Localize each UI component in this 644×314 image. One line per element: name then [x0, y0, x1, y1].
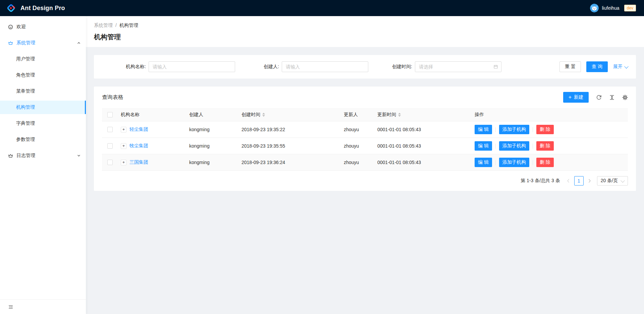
- table-row: + 轻尘集团 kongming 2018-09-23 19:35:22 zhou…: [102, 121, 628, 138]
- create-time-label: 创建时间:: [392, 64, 412, 70]
- action-divider: [495, 160, 496, 165]
- add-child-org-button[interactable]: 添加子机构: [499, 158, 529, 167]
- expand-toggle[interactable]: 展开: [613, 64, 628, 70]
- density-icon[interactable]: [609, 95, 615, 100]
- sort-control[interactable]: [262, 113, 265, 117]
- column-label: 机构名称: [121, 112, 140, 118]
- update-time-cell: 0001-01-01 08:05:43: [375, 143, 472, 149]
- column-label: 更新人: [344, 112, 358, 118]
- page-size-select[interactable]: 20 条/页: [597, 176, 628, 186]
- breadcrumb-item-current: 机构管理: [119, 21, 138, 29]
- breadcrumb-separator: /: [115, 21, 117, 29]
- sidebar-item-welcome[interactable]: 欢迎: [0, 20, 86, 34]
- action-cell: 编 辑 添加子机构 删 除: [472, 141, 628, 151]
- org-name-link[interactable]: 三国集团: [129, 159, 148, 165]
- reset-button[interactable]: 重 置: [559, 61, 581, 72]
- main-content: 系统管理 / 机构管理 机构管理 机构名称: 创建人: 创建时间:: [86, 16, 644, 314]
- column-label: 更新时间: [377, 112, 396, 118]
- updater-cell: zhouyu: [341, 160, 375, 165]
- creator-cell: kongming: [186, 160, 239, 165]
- settings-gear-icon[interactable]: [622, 95, 628, 100]
- create-time-cell: 2018-09-23 19:35:55: [239, 143, 341, 149]
- add-child-org-button[interactable]: 添加子机构: [499, 125, 529, 134]
- sidebar-item-label: 欢迎: [16, 24, 26, 30]
- org-name-link[interactable]: 轻尘集团: [129, 126, 148, 133]
- chevron-down-icon: [77, 154, 80, 157]
- table-row: + 三国集团 kongming 2018-09-23 19:36:24 zhou…: [102, 154, 628, 171]
- search-button[interactable]: 查 询: [586, 61, 608, 72]
- org-name-link[interactable]: 牧尘集团: [129, 143, 148, 149]
- table-header-row: 机构名称 创建人 创建时间 更新人 更新时间: [102, 108, 628, 121]
- sidebar-item-user-mgmt[interactable]: 用户管理: [0, 52, 86, 66]
- sidebar-item-label: 机构管理: [16, 104, 35, 110]
- brand[interactable]: Ant Design Pro: [6, 3, 65, 13]
- page-size-label: 20 条/页: [601, 178, 618, 184]
- sidebar-item-label: 参数管理: [16, 137, 35, 143]
- sidebar-submenu-system[interactable]: 系统管理: [0, 36, 86, 50]
- action-cell: 编 辑 添加子机构 删 除: [472, 125, 628, 134]
- app-root: Ant Design Pro liufeihua dev: [0, 0, 644, 314]
- user-avatar[interactable]: [590, 4, 599, 12]
- action-divider: [495, 127, 496, 132]
- sidebar-item-menu-mgmt[interactable]: 菜单管理: [0, 85, 86, 98]
- env-tag: dev: [624, 5, 636, 11]
- page-title: 机构管理: [94, 32, 636, 42]
- creator-label: 创建人:: [264, 64, 279, 70]
- page-number-1[interactable]: 1: [574, 176, 584, 186]
- sidebar-item-label: 日志管理: [16, 153, 35, 159]
- delete-button[interactable]: 删 除: [536, 158, 554, 167]
- column-header-updater: 更新人: [341, 112, 375, 118]
- sidebar-menu: 欢迎 系统管理 用户管理 角色管: [0, 16, 86, 162]
- create-time-cell: 2018-09-23 19:36:24: [239, 160, 341, 165]
- row-expand-button[interactable]: +: [121, 160, 126, 165]
- header-right: liufeihua dev: [590, 4, 636, 12]
- column-header-creator: 创建人: [186, 112, 239, 118]
- breadcrumb-item-system[interactable]: 系统管理: [94, 21, 113, 29]
- select-all-checkbox[interactable]: [107, 112, 113, 117]
- edit-button[interactable]: 编 辑: [475, 158, 492, 167]
- sort-control[interactable]: [398, 113, 401, 117]
- row-checkbox[interactable]: [107, 160, 113, 165]
- form-item-org-name: 机构名称:: [102, 61, 235, 72]
- update-time-cell: 0001-01-01 08:05:43: [375, 127, 472, 132]
- creator-input[interactable]: [282, 61, 368, 72]
- add-child-org-button[interactable]: 添加子机构: [499, 141, 529, 151]
- action-cell: 编 辑 添加子机构 删 除: [472, 158, 628, 167]
- table-card-header: 查询表格 + 新建: [102, 92, 628, 103]
- org-name-label: 机构名称:: [126, 64, 146, 70]
- row-checkbox[interactable]: [107, 143, 113, 149]
- chevron-up-icon: [77, 41, 80, 45]
- sidebar-submenu-log[interactable]: 日志管理: [0, 149, 86, 162]
- row-expand-button[interactable]: +: [121, 143, 126, 149]
- top-header: Ant Design Pro liufeihua dev: [0, 0, 644, 16]
- delete-button[interactable]: 删 除: [536, 125, 554, 134]
- new-button-label: 新建: [574, 94, 583, 100]
- plus-icon: +: [569, 95, 572, 100]
- sidebar-item-dict-mgmt[interactable]: 字典管理: [0, 117, 86, 130]
- delete-button[interactable]: 删 除: [536, 141, 554, 151]
- sidebar-collapse-trigger[interactable]: [0, 299, 86, 314]
- expand-label: 展开: [613, 64, 623, 70]
- org-name-input[interactable]: [149, 61, 235, 72]
- sidebar-item-role-mgmt[interactable]: 角色管理: [0, 68, 86, 82]
- column-label: 创建人: [189, 112, 203, 118]
- edit-button[interactable]: 编 辑: [475, 141, 492, 151]
- updater-cell: zhouyu: [341, 143, 375, 149]
- sidebar-item-org-mgmt[interactable]: 机构管理: [0, 101, 86, 114]
- new-button[interactable]: + 新建: [563, 92, 589, 103]
- next-page-icon[interactable]: [585, 176, 594, 186]
- creator-cell: kongming: [186, 143, 239, 149]
- form-item-creator: 创建人:: [235, 61, 368, 72]
- row-expand-button[interactable]: +: [121, 127, 126, 133]
- action-divider: [533, 127, 533, 132]
- create-time-input[interactable]: [415, 61, 501, 72]
- reload-icon[interactable]: [596, 95, 602, 100]
- ant-design-logo-icon: [6, 3, 16, 13]
- create-time-datepicker[interactable]: [415, 61, 501, 72]
- edit-button[interactable]: 编 辑: [475, 125, 492, 134]
- username[interactable]: liufeihua: [602, 5, 619, 11]
- sidebar-item-param-mgmt[interactable]: 参数管理: [0, 133, 86, 146]
- search-form-card: 机构名称: 创建人: 创建时间:: [94, 55, 636, 78]
- row-checkbox[interactable]: [107, 127, 113, 132]
- prev-page-icon[interactable]: [564, 176, 573, 186]
